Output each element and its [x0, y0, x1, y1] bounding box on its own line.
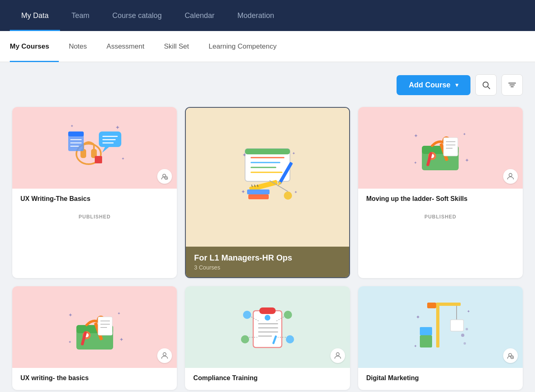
svg-text:✦: ✦ — [414, 160, 417, 165]
svg-text:✦: ✦ — [292, 151, 295, 156]
card-body: Moving up the ladder- Soft Skills — [358, 189, 523, 211]
course-card-digital-marketing[interactable]: ✦ ✦ ✦ Digital Marketing — [358, 286, 523, 390]
nav-item-calendar[interactable]: Calendar — [173, 0, 226, 31]
svg-text:✦: ✦ — [68, 340, 71, 344]
subnav-notes[interactable]: Notes — [59, 31, 96, 62]
nav-item-moderation[interactable]: Moderation — [226, 0, 285, 31]
svg-rect-16 — [68, 131, 84, 136]
svg-rect-101 — [427, 303, 436, 308]
svg-point-90 — [286, 335, 294, 343]
svg-text:✦: ✦ — [467, 309, 470, 314]
card-image-featured: ✦ ✦ ✦ ✦ — [186, 108, 349, 247]
svg-text:✦: ✦ — [294, 190, 297, 194]
subnav-learning-competency[interactable]: Learning Competency — [199, 31, 286, 62]
svg-rect-103 — [420, 327, 432, 335]
card-body: Digital Marketing — [358, 368, 523, 390]
card-status: PUBLISHED — [358, 211, 523, 225]
featured-subtitle: 3 Courses — [194, 264, 341, 271]
svg-text:✦: ✦ — [465, 157, 469, 163]
svg-point-106 — [464, 342, 466, 345]
subnav-assessment[interactable]: Assessment — [97, 31, 154, 62]
card-body: Compliance Training — [185, 368, 350, 390]
svg-point-89 — [241, 335, 249, 343]
svg-point-63 — [509, 174, 512, 176]
card-body: UX Writing-The Basics — [12, 189, 177, 211]
card-title: UX Writing-The Basics — [20, 195, 169, 203]
ux-writing-illustration: ✦ ✦ ✦ — [58, 115, 132, 180]
svg-rect-33 — [245, 149, 290, 154]
svg-text:✦: ✦ — [70, 124, 74, 128]
svg-text:✦: ✦ — [68, 312, 73, 318]
card-title: Moving up the ladder- Soft Skills — [366, 195, 515, 203]
compliance-illustration — [231, 294, 304, 360]
svg-marker-11 — [102, 147, 109, 153]
avatar-badge — [330, 348, 345, 363]
card-image: ✦ ✦ ✦ — [358, 286, 523, 368]
svg-text:✦: ✦ — [414, 344, 417, 348]
svg-text:✦: ✦ — [242, 152, 247, 158]
card-title: Digital Marketing — [366, 374, 515, 382]
svg-rect-38 — [247, 189, 270, 194]
search-icon — [482, 80, 490, 89]
card-image — [185, 286, 350, 368]
card-image: ✦ ✦ ✦ ✦ — [358, 107, 523, 189]
subnav-my-courses[interactable]: My Courses — [10, 31, 59, 62]
svg-rect-102 — [420, 335, 432, 347]
search-button[interactable] — [475, 74, 497, 96]
filter-button[interactable] — [502, 74, 523, 96]
course-card-ux-writing-2[interactable]: ✦ ✦ ✦ ✦ UX writing- the basics — [12, 286, 177, 390]
course-grid: ✦ ✦ ✦ UX Writing-The Basics PUB — [12, 107, 523, 390]
nav-item-course-catalog[interactable]: Course catalog — [101, 0, 173, 31]
avatar-badge — [503, 348, 518, 363]
avatar-badge — [157, 169, 172, 184]
l1-managers-illustration: ✦ ✦ ✦ ✦ — [227, 136, 308, 218]
ux-writing-2-illustration: ✦ ✦ ✦ ✦ — [58, 294, 132, 360]
add-course-button[interactable]: Add Course ▾ — [397, 75, 470, 95]
course-card-moving-up[interactable]: ✦ ✦ ✦ ✦ Moving up the ladder- Soft Skill… — [358, 107, 523, 278]
svg-point-104 — [461, 334, 464, 337]
card-body: UX writing- the basics — [12, 368, 177, 390]
svg-rect-100 — [450, 320, 464, 331]
svg-point-79 — [163, 353, 166, 356]
svg-point-87 — [243, 311, 251, 319]
course-card-ux-writing-basics[interactable]: ✦ ✦ ✦ UX Writing-The Basics PUB — [12, 107, 177, 278]
svg-rect-97 — [436, 303, 439, 347]
sub-navigation: My Courses Notes Assessment Skill Set Le… — [0, 31, 535, 62]
main-content: Add Course ▾ — [0, 62, 535, 392]
svg-rect-98 — [436, 303, 461, 306]
card-title: UX writing- the basics — [20, 374, 169, 382]
svg-rect-54 — [444, 138, 458, 156]
svg-text:✦: ✦ — [121, 156, 125, 161]
nav-item-team[interactable]: Team — [60, 0, 101, 31]
svg-text:✦: ✦ — [241, 189, 245, 195]
soft-skills-illustration: ✦ ✦ ✦ ✦ — [403, 115, 477, 180]
chevron-down-icon: ▾ — [455, 82, 458, 88]
course-card-compliance[interactable]: Compliance Training — [185, 286, 350, 390]
svg-point-88 — [284, 311, 292, 319]
svg-line-1 — [488, 87, 490, 89]
course-card-l1-managers[interactable]: ✦ ✦ ✦ ✦ For L1 Managers-HR Ops 3 Courses — [185, 107, 350, 278]
svg-rect-81 — [259, 307, 276, 314]
svg-text:✦: ✦ — [115, 124, 120, 131]
svg-text:✦: ✦ — [117, 311, 120, 316]
nav-item-my-data[interactable]: My Data — [10, 0, 60, 31]
digital-marketing-illustration: ✦ ✦ ✦ — [403, 294, 477, 360]
card-image: ✦ ✦ ✦ — [12, 107, 177, 189]
svg-point-46 — [284, 192, 292, 200]
avatar-badge — [503, 169, 518, 184]
svg-rect-70 — [98, 317, 112, 335]
card-status: PUBLISHED — [12, 211, 177, 225]
add-course-label: Add Course — [409, 81, 450, 89]
svg-point-96 — [336, 353, 339, 356]
featured-title: For L1 Managers-HR Ops — [194, 253, 341, 263]
top-navigation: My Data Team Course catalog Calendar Mod… — [0, 0, 535, 31]
svg-point-105 — [466, 328, 468, 330]
toolbar: Add Course ▾ — [12, 74, 523, 96]
filter-icon — [508, 80, 517, 89]
subnav-skill-set[interactable]: Skill Set — [154, 31, 198, 62]
svg-text:✦: ✦ — [463, 132, 466, 136]
svg-text:✦: ✦ — [414, 133, 418, 139]
svg-rect-39 — [248, 194, 269, 199]
avatar-badge — [157, 348, 172, 363]
card-title: Compliance Training — [193, 374, 341, 382]
